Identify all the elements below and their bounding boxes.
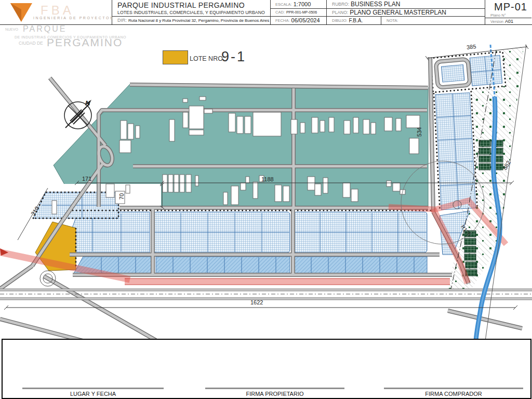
legend-value: 9-1 [221, 49, 246, 65]
fecha-value: 06/05/2024 [291, 17, 320, 23]
legend-swatch [163, 50, 188, 64]
north-label: N [85, 99, 90, 107]
dim-171: 171 [82, 176, 91, 182]
company-logo-icon [9, 2, 33, 23]
rubro-label: RUBRO: [332, 2, 349, 7]
signature-label: LUGAR Y FECHA [22, 391, 164, 397]
cad-label: CAD: [275, 10, 285, 15]
signature-box: LUGAR Y FECHA FIRMA PROPIETARIO FIRMA CO… [2, 339, 531, 399]
legend-label: LOTE NRO: [190, 55, 224, 62]
watermark-line3-big: PERGAMINO [47, 36, 123, 49]
signature-line [384, 388, 523, 389]
lot-blocks-row-a [63, 211, 470, 255]
project-subtitle: LOTES INDUSTRIALES, COMERCIALES, Y EQUIP… [117, 10, 265, 15]
sheet-no-label: Plano N° [490, 13, 506, 18]
signature-line [205, 388, 344, 389]
dim-1188: 1188 [261, 176, 274, 182]
escala-value: 1:7000 [294, 1, 311, 7]
rubro-value: BUSINESS PLAN [351, 1, 400, 8]
escala-label: ESCALA: [275, 2, 292, 7]
masterplan-sheet: FBA INGENIERIA DE PROYECTOS PARQUE INDUS… [0, 0, 532, 399]
signature-propietario: FIRMA PROPIETARIO [205, 388, 344, 397]
version-value: A01 [505, 19, 513, 24]
dir-label: DIR: [117, 18, 127, 23]
version-label: Version [490, 19, 503, 24]
company-tagline: INGENIERIA DE PROYECTOS [33, 16, 114, 20]
watermark-line3-small: CIUDAD DE [19, 41, 43, 46]
signature-label: FIRMA PROPIETARIO [205, 391, 344, 397]
cad-value: PPR-001-MP-0506 [286, 10, 317, 14]
dim-534: 534 [416, 127, 422, 137]
signature-label: FIRMA COMPRADOR [384, 391, 523, 397]
signature-comprador: FIRMA COMPRADOR [384, 388, 523, 397]
dibujo-label: DIBUJO: [332, 18, 348, 23]
dibujo-value: F.B.A. [349, 18, 363, 23]
project-title: PARQUE INDUSTRIAL PERGAMINO [117, 1, 245, 9]
nota-label: NOTA: [387, 18, 398, 23]
dir-value: Ruta Nacional 8 y Ruta Provincial 32, Pe… [128, 18, 269, 23]
signature-lugar-fecha: LUGAR Y FECHA [22, 388, 164, 397]
dim-385: 385 [466, 43, 476, 50]
title-block: FBA INGENIERIA DE PROYECTOS PARQUE INDUS… [0, 0, 532, 25]
sheet-code: MP-01 [494, 1, 527, 13]
top-right-block [430, 52, 506, 92]
lot-blocks-row-b [73, 257, 427, 275]
fecha-label: FECHA: [275, 18, 290, 23]
right-lot-strip [434, 91, 477, 210]
signature-line [22, 388, 164, 389]
watermark-line1-big: PARQUE [23, 24, 66, 34]
company-name: FBA [41, 3, 74, 18]
plano-label: PLANO: [332, 10, 348, 15]
watermark-line1-small: NUEVO [5, 28, 18, 31]
dim-70: 70 [118, 193, 125, 200]
plano-value: PLANO GENERAL MASTERPLAN [350, 9, 446, 16]
dim-1622: 1622 [250, 299, 263, 305]
